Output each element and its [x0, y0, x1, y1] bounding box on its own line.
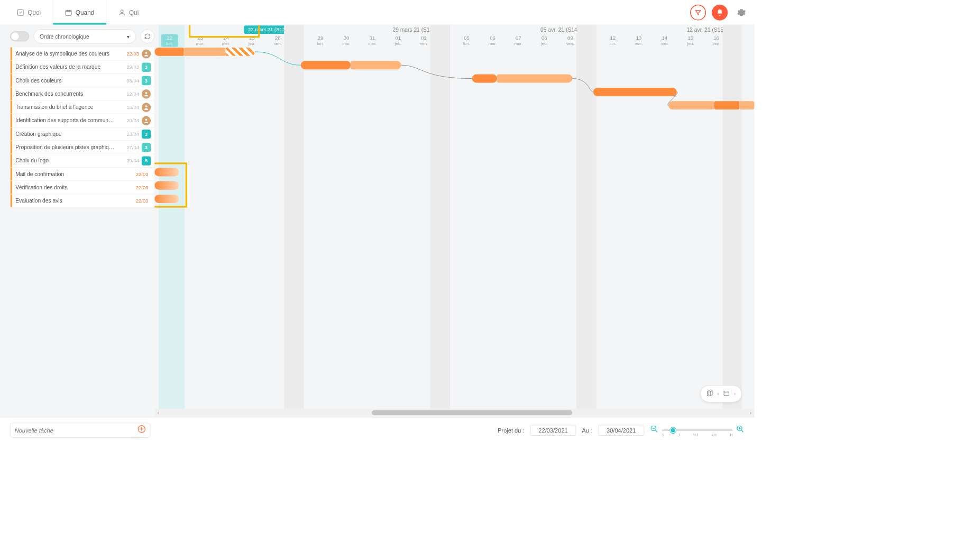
zoom-slider[interactable]: SJ½J4HH	[662, 429, 732, 431]
week-highlight-border	[189, 25, 260, 38]
calendar-icon	[65, 8, 72, 16]
task-name: Transmission du brief à l'agence	[12, 104, 121, 111]
scroll-left-icon[interactable]: ‹	[154, 409, 162, 416]
scrollbar-thumb[interactable]	[372, 410, 572, 415]
task-name: Définition des valeurs de la marque	[12, 64, 121, 70]
new-task-input[interactable]	[15, 427, 134, 434]
project-end-date[interactable]: 30/04/2021	[598, 425, 644, 436]
timeline-nav-pill: ‹ ›	[700, 385, 742, 402]
gantt-bar[interactable]	[472, 75, 497, 83]
task-date: 22/03	[130, 198, 151, 204]
task-row[interactable]: Choix du logo30/045	[11, 154, 154, 168]
task-name: Création graphique	[12, 131, 121, 137]
task-row[interactable]: Transmission du brief à l'agence15/04	[11, 100, 154, 114]
gantt-bar[interactable]	[668, 101, 714, 109]
task-row[interactable]: Définition des valeurs de la marque29/03…	[11, 61, 154, 74]
task-row[interactable]: Mail de confirmation22/03	[11, 168, 154, 181]
chevron-down-icon: ▾	[127, 33, 130, 40]
task-row[interactable]: Benchmark des concurrents12/04	[11, 87, 154, 100]
task-row[interactable]: Analyse de la symbolique des couleurs22/…	[11, 47, 154, 60]
task-name: Choix du logo	[12, 158, 121, 164]
task-date: 22/03	[121, 51, 141, 57]
add-task-icon[interactable]	[137, 425, 146, 435]
day-label: 12lun.	[600, 34, 626, 46]
person-icon	[118, 8, 125, 16]
next-icon[interactable]: ›	[733, 390, 736, 397]
sort-label: Ordre chronologique	[40, 33, 89, 40]
day-label: 31mer.	[359, 34, 385, 46]
day-label: 07mer.	[506, 34, 531, 46]
gantt-chart[interactable]: 22 mars 21 (S12)29 mars 21 (S13)05 avr. …	[154, 25, 754, 417]
task-row[interactable]: Identification des supports de commun…20…	[11, 114, 154, 127]
scroll-right-icon[interactable]: ›	[747, 409, 755, 416]
gantt-bar[interactable]	[154, 168, 179, 177]
filter-button[interactable]	[690, 4, 706, 20]
footer: Projet du : 22/03/2021 Au : 30/04/2021 S…	[0, 417, 755, 442]
gantt-bar-segment[interactable]	[714, 101, 739, 109]
svg-point-6	[145, 118, 148, 121]
horizontal-scrollbar[interactable]: ‹ ›	[154, 409, 754, 416]
weekend-column	[576, 25, 595, 409]
view-toggle[interactable]	[10, 31, 29, 41]
notifications-button[interactable]	[712, 4, 728, 20]
zoom-labels: SJ½J4HH	[662, 433, 732, 437]
tab-qui[interactable]: Qui	[106, 0, 150, 25]
grid-line	[304, 25, 304, 409]
grid-line	[596, 25, 596, 409]
task-name: Evaluation des avis	[12, 198, 130, 204]
task-list: Analyse de la symbolique des couleurs22/…	[10, 47, 154, 208]
task-date: 29/03	[121, 64, 141, 70]
gantt-bar[interactable]	[154, 181, 179, 190]
project-from-label: Projet du :	[498, 427, 524, 434]
task-name: Vérification des droits	[12, 184, 130, 190]
calendar-today-icon[interactable]	[722, 389, 731, 398]
gantt-bar-segment[interactable]	[351, 61, 401, 69]
zoom-in-icon[interactable]	[736, 425, 745, 435]
day-label: 06mar.	[480, 34, 506, 46]
gantt-bar[interactable]	[154, 48, 183, 56]
main-tabs: Quoi Quand Qui	[5, 0, 150, 25]
task-row[interactable]: Proposition de plusieurs pistes graphiq……	[11, 141, 154, 154]
gantt-bar-segment[interactable]	[497, 75, 572, 83]
task-row[interactable]: Evaluation des avis22/03	[11, 194, 154, 207]
day-label: 14mer.	[651, 34, 677, 46]
task-date: 22/03	[130, 171, 151, 177]
sort-dropdown[interactable]: Ordre chronologique ▾	[33, 29, 136, 43]
task-date: 27/04	[121, 144, 141, 150]
task-row[interactable]: Vérification des droits22/03	[11, 181, 154, 194]
zoom-out-icon[interactable]	[650, 425, 658, 435]
tab-quand[interactable]: Quand	[52, 0, 106, 25]
task-row[interactable]: Création graphique23/043	[11, 127, 154, 141]
project-start-date[interactable]: 22/03/2021	[530, 425, 576, 436]
gantt-bar[interactable]	[593, 88, 677, 96]
gantt-bar-segment[interactable]	[184, 48, 226, 56]
day-label: 15jeu.	[677, 34, 703, 46]
sidebar: Ordre chronologique ▾ Analyse de la symb…	[0, 25, 154, 417]
task-date: 30/04	[121, 158, 141, 163]
zoom-control: SJ½J4HH	[650, 425, 745, 435]
day-label: 29lun.	[307, 34, 333, 46]
tab-quoi[interactable]: Quoi	[5, 0, 52, 25]
gantt-bar-segment[interactable]	[739, 101, 754, 109]
svg-point-5	[145, 105, 148, 107]
week-label: 29 mars 21 (S13)	[341, 25, 487, 34]
settings-button[interactable]	[733, 4, 749, 20]
svg-point-4	[145, 92, 148, 94]
task-count-badge: 3	[142, 130, 151, 139]
tab-label: Qui	[129, 9, 139, 16]
gantt-bar[interactable]	[154, 195, 179, 203]
today-column	[159, 25, 185, 409]
gantt-bar[interactable]	[301, 61, 351, 69]
assignee-avatar	[142, 49, 151, 58]
checkbox-icon	[17, 8, 24, 16]
refresh-button[interactable]	[140, 29, 154, 43]
task-date: 12/04	[121, 91, 141, 97]
map-icon[interactable]	[705, 389, 714, 398]
task-row[interactable]: Choix des couleurs06/043	[11, 74, 154, 87]
week-label: 05 avr. 21 (S14)	[486, 25, 632, 34]
gantt-bar-segment[interactable]	[226, 48, 255, 56]
tab-label: Quoi	[27, 9, 41, 16]
weekend-column	[430, 25, 449, 409]
task-count-badge: 5	[142, 156, 151, 165]
prev-icon[interactable]: ‹	[717, 390, 720, 397]
